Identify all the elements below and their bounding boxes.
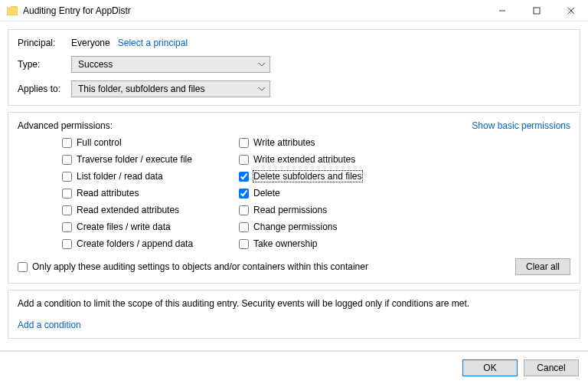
permission-checkbox[interactable] <box>62 138 72 148</box>
only-apply-label: Only apply these auditing settings to ob… <box>32 261 368 272</box>
permission-label: Delete <box>253 188 280 199</box>
permission-label: Read extended attributes <box>77 205 179 215</box>
only-apply-checkbox-row: Only apply these auditing settings to ob… <box>18 260 368 274</box>
permission-checkbox-row: Delete <box>239 186 361 200</box>
permission-label: Read attributes <box>77 188 139 199</box>
advanced-permissions-panel: Advanced permissions: Show basic permiss… <box>8 112 580 284</box>
permission-label: Create folders / append data <box>77 238 193 249</box>
permission-checkbox-row: Write attributes <box>239 136 361 149</box>
permission-checkbox-row: Read permissions <box>239 203 361 217</box>
clear-all-button[interactable]: Clear all <box>515 258 570 275</box>
permission-checkbox-row: Read extended attributes <box>62 203 193 217</box>
permission-checkbox-row: Change permissions <box>239 220 361 234</box>
permission-label: Change permissions <box>253 222 337 232</box>
permission-checkbox[interactable] <box>62 189 72 199</box>
permission-checkbox[interactable] <box>239 239 249 249</box>
chevron-down-icon <box>259 59 265 70</box>
permission-checkbox-row: Create files / write data <box>62 220 193 234</box>
condition-panel: Add a condition to limit the scope of th… <box>8 290 580 339</box>
permission-checkbox-row: Create folders / append data <box>62 237 193 251</box>
permission-label: Full control <box>77 137 122 148</box>
permission-label: Take ownership <box>253 238 317 249</box>
permission-checkbox-row: Take ownership <box>239 237 361 251</box>
permissions-col-1: Full controlTraverse folder / execute fi… <box>62 136 193 251</box>
maximize-button[interactable] <box>519 0 554 21</box>
permission-label: Traverse folder / execute file <box>77 154 192 165</box>
permission-checkbox[interactable] <box>239 172 249 182</box>
type-label: Type: <box>18 59 71 70</box>
permission-checkbox[interactable] <box>239 138 249 148</box>
permission-label: Read permissions <box>253 205 327 215</box>
permission-checkbox-row: List folder / read data <box>62 169 193 183</box>
permissions-col-2: Write attributesWrite extended attribute… <box>239 136 361 251</box>
permission-label: Write extended attributes <box>253 154 355 165</box>
condition-description: Add a condition to limit the scope of th… <box>18 298 570 309</box>
titlebar: Auditing Entry for AppDistr <box>0 0 588 21</box>
permission-checkbox[interactable] <box>62 222 72 232</box>
permission-label: Delete subfolders and files <box>253 171 361 182</box>
ok-button[interactable]: OK <box>462 359 518 376</box>
principal-panel: Principal: Everyone Select a principal T… <box>8 29 580 106</box>
applies-to-label: Applies to: <box>18 84 71 94</box>
permission-checkbox[interactable] <box>239 205 249 215</box>
close-button[interactable] <box>554 0 588 21</box>
only-apply-checkbox[interactable] <box>18 262 28 272</box>
permission-label: Write attributes <box>253 137 315 148</box>
svg-rect-1 <box>534 8 540 14</box>
permission-checkbox[interactable] <box>62 205 72 215</box>
permission-checkbox-row: Read attributes <box>62 186 193 200</box>
permissions-grid: Full controlTraverse folder / execute fi… <box>18 136 570 251</box>
advanced-permissions-heading: Advanced permissions: <box>18 120 113 131</box>
type-select-value: Success <box>78 59 113 70</box>
show-basic-permissions-link[interactable]: Show basic permissions <box>472 120 570 131</box>
principal-label: Principal: <box>18 38 71 48</box>
chevron-down-icon <box>259 84 265 94</box>
dialog-footer: OK Cancel <box>0 350 588 384</box>
permission-checkbox[interactable] <box>62 172 72 182</box>
permission-checkbox[interactable] <box>62 239 72 249</box>
type-select[interactable]: Success <box>71 56 270 73</box>
permission-label: List folder / read data <box>77 171 163 182</box>
principal-value: Everyone <box>71 38 110 48</box>
permission-checkbox-row: Write extended attributes <box>239 153 361 166</box>
permission-checkbox-row: Traverse folder / execute file <box>62 153 193 166</box>
folder-icon <box>6 5 18 17</box>
window-title: Auditing Entry for AppDistr <box>23 5 485 16</box>
minimize-button[interactable] <box>485 0 519 21</box>
window-controls <box>485 0 588 21</box>
applies-to-select-value: This folder, subfolders and files <box>78 84 204 94</box>
cancel-button[interactable]: Cancel <box>524 359 579 376</box>
add-condition-link[interactable]: Add a condition <box>18 320 81 330</box>
applies-to-select[interactable]: This folder, subfolders and files <box>71 80 270 97</box>
permission-checkbox-row: Full control <box>62 136 193 149</box>
permission-checkbox-row: Delete subfolders and files <box>239 169 361 183</box>
permission-checkbox[interactable] <box>239 155 249 165</box>
permission-checkbox[interactable] <box>62 155 72 165</box>
select-principal-link[interactable]: Select a principal <box>118 38 188 48</box>
permission-checkbox[interactable] <box>239 189 249 199</box>
permission-checkbox[interactable] <box>239 222 249 232</box>
permission-label: Create files / write data <box>77 222 171 232</box>
